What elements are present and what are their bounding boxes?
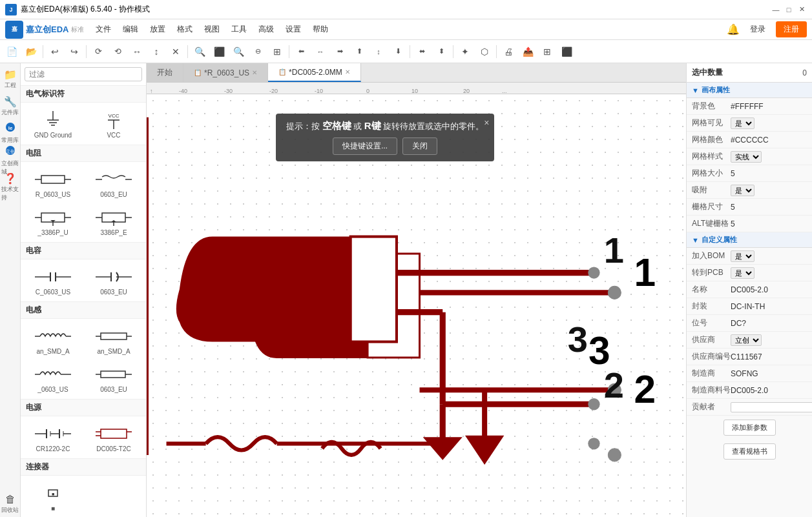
align-right-button[interactable]: ➡ xyxy=(331,43,349,61)
rp-title: 选中数量 xyxy=(692,67,723,78)
menu-format[interactable]: 格式 xyxy=(172,21,198,37)
comp-cr1220[interactable]: CR1220-2C xyxy=(23,419,83,456)
rotate-cw-button[interactable]: ⟳ xyxy=(89,43,107,61)
add-param-button[interactable]: 添加新参数 xyxy=(724,420,776,436)
snap-select[interactable]: 是否 xyxy=(731,185,755,196)
check-spec-button[interactable]: 查看规格书 xyxy=(724,443,776,460)
comp-dc005[interactable]: DC005-T2C xyxy=(84,419,143,456)
ruler-mark-30p: ... xyxy=(502,88,507,94)
comp-ind-a2[interactable]: an_SMD_A xyxy=(84,321,143,358)
tab-r0603-close[interactable]: ✕ xyxy=(252,69,257,76)
canvas-section-arrow: ▼ xyxy=(692,86,699,94)
canvas-wrapper[interactable]: 绘图工具 ~ ⊕ ▷ T ✏ □ ▷ ○ ⌒ 🖼 ✋ ⌐ xyxy=(147,94,686,517)
new-file-button[interactable]: 📄 xyxy=(3,43,21,61)
print-button[interactable]: 🖨 xyxy=(499,43,517,61)
tab-start[interactable]: 开始 xyxy=(147,63,183,82)
comp-3386pu[interactable]: _3386P_U xyxy=(23,203,83,239)
layers-button[interactable]: ⬛ xyxy=(557,43,576,61)
align-bottom-button[interactable]: ⬇ xyxy=(389,43,407,61)
custom-section-arrow: ▼ xyxy=(692,236,699,244)
grid-style-select[interactable]: 实线虚线 xyxy=(731,151,762,163)
menu-place[interactable]: 放置 xyxy=(145,21,171,37)
maximize-button[interactable]: □ xyxy=(784,5,794,15)
menu-advanced[interactable]: 高级 xyxy=(253,21,279,37)
rp-action-buttons: 添加新参数 xyxy=(687,416,812,440)
align-top-button[interactable]: ⬆ xyxy=(350,43,368,61)
tab-r0603[interactable]: 📋 *R_0603_US ✕ xyxy=(183,63,268,82)
align-center-button[interactable]: ↔ xyxy=(311,43,329,61)
comp-c0603eu[interactable]: 0603_EU xyxy=(84,262,143,299)
grid-pitch-label: 栅格尺寸 xyxy=(692,201,731,212)
tooltip-close-x[interactable]: × xyxy=(484,117,489,128)
minimize-button[interactable]: — xyxy=(771,5,781,15)
grid-visible-select[interactable]: 是否 xyxy=(731,117,755,129)
grid-style-label: 网格样式 xyxy=(692,151,731,162)
comp-c0603us[interactable]: C_0603_US xyxy=(23,262,83,299)
schematic-canvas[interactable]: × 提示：按 空格键 或 R键 旋转待放置或选中的零件。 快捷键设置... 关闭 xyxy=(147,94,686,517)
align-left-button[interactable]: ⬅ xyxy=(292,43,310,61)
bom-select[interactable]: 是否 xyxy=(731,250,755,262)
ruler-mark-0: 0 xyxy=(366,88,370,94)
comp-vcc[interactable]: VCC VCC xyxy=(84,105,143,142)
zoom-out-button[interactable]: ⊖ xyxy=(249,43,267,61)
delete-button[interactable]: ✕ xyxy=(167,43,185,61)
redo-button[interactable]: ↪ xyxy=(65,43,83,61)
zoom-fit-button[interactable]: ⊞ xyxy=(268,43,286,61)
comp-ind-eu[interactable]: 0603_EU xyxy=(84,360,143,396)
menu-settings[interactable]: 设置 xyxy=(280,21,306,37)
comp-r0603us[interactable]: R_0603_US xyxy=(23,165,83,201)
sidebar-item-recycle[interactable]: 🗑 回收站 xyxy=(1,491,19,517)
align-mid-button[interactable]: ↕ xyxy=(370,43,388,61)
menu-view[interactable]: 视图 xyxy=(199,21,225,37)
sidebar-item-jlcm[interactable]: 立创 立创商城 xyxy=(1,147,19,173)
menu-file[interactable]: 文件 xyxy=(90,21,116,37)
dist-v-button[interactable]: ⬍ xyxy=(432,43,450,61)
search2-button[interactable]: ⬛ xyxy=(210,43,228,61)
notify-icon[interactable]: 🔔 xyxy=(727,23,740,35)
search-button[interactable]: 🔍 xyxy=(191,43,209,61)
rp-row-manufacturer: 制造商 SOFNG xyxy=(687,365,812,382)
conn1-label: ■ xyxy=(51,505,55,512)
jlc-icon: Ie xyxy=(5,121,16,136)
open-file-button[interactable]: 📂 xyxy=(22,43,40,61)
menu-edit[interactable]: 编辑 xyxy=(118,21,143,37)
contributor-input[interactable] xyxy=(731,402,812,412)
rp-row-supplier: 供应商 立创 xyxy=(687,332,812,349)
menu-tools[interactable]: 工具 xyxy=(226,21,252,37)
sidebar-item-jlc[interactable]: Ie 常用库 xyxy=(1,120,19,146)
dist-h-button[interactable]: ⬌ xyxy=(413,43,431,61)
register-button[interactable]: 注册 xyxy=(776,21,807,37)
grid-button[interactable]: ⊞ xyxy=(538,43,556,61)
sidebar-item-project[interactable]: 📁 工程 xyxy=(1,66,19,92)
tab-dc005[interactable]: 📋 *DC005-2.0MM ✕ xyxy=(268,63,361,82)
rotate-ccw-button[interactable]: ⟲ xyxy=(109,43,127,61)
export-button[interactable]: 📤 xyxy=(519,43,537,61)
logo-badge: 标准 xyxy=(71,25,84,34)
login-button[interactable]: 登录 xyxy=(745,22,771,37)
comp-ind-us[interactable]: _0603_US xyxy=(23,360,83,396)
undo-button[interactable]: ↩ xyxy=(46,43,64,61)
filter-input[interactable] xyxy=(25,67,142,81)
netflag-button[interactable]: ✦ xyxy=(456,43,474,61)
comp-3386pe[interactable]: 3386P_E xyxy=(84,203,143,239)
tab-dc005-close[interactable]: ✕ xyxy=(345,68,350,76)
copper-button[interactable]: ⬡ xyxy=(475,43,494,61)
shortcut-settings-button[interactable]: 快捷键设置... xyxy=(333,137,397,155)
close-button[interactable]: ✕ xyxy=(796,5,807,15)
sidebar-item-support[interactable]: ❓ 技术支持 xyxy=(1,174,19,200)
zoom-in-button[interactable]: 🔍 xyxy=(229,43,247,61)
comp-conn1[interactable]: ■ ■ xyxy=(23,478,83,515)
menu-help[interactable]: 帮助 xyxy=(307,21,333,37)
flip-h-button[interactable]: ↔ xyxy=(128,43,146,61)
canvas-section-label: 画布属性 xyxy=(702,85,730,95)
comp-r0603eu[interactable]: 0603_EU xyxy=(84,165,143,201)
sidebar-item-components[interactable]: 🔧 元件库 xyxy=(1,93,19,119)
comp-gnd[interactable]: GND Ground xyxy=(23,105,83,142)
tooltip-close-button[interactable]: 关闭 xyxy=(402,137,437,155)
supplier-select[interactable]: 立创 xyxy=(731,334,762,346)
rp-row-pcb: 转到PCB 是否 xyxy=(687,265,812,281)
pcb-select[interactable]: 是否 xyxy=(731,267,755,279)
comp-ind-a1[interactable]: an_SMD_A xyxy=(23,321,83,358)
flip-v-button[interactable]: ↕ xyxy=(147,43,165,61)
resistor-grid: R_0603_US 0603_EU xyxy=(21,162,146,242)
